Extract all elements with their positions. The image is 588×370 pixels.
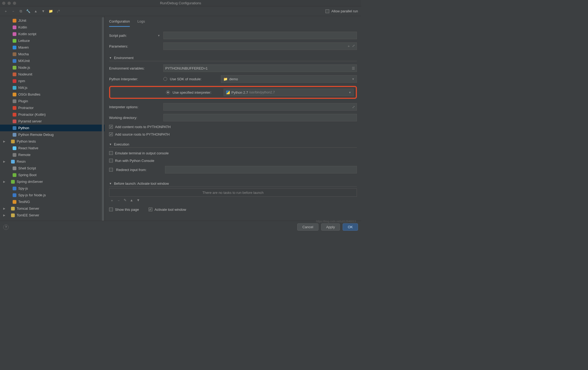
down-button[interactable]: ▼ [41, 9, 46, 14]
tree-item-label: Resin [17, 159, 26, 164]
tree-item-nodeunit[interactable]: ▶Nodeunit [0, 71, 105, 78]
tree-item-kotlin-script[interactable]: ▶Kotlin script [0, 31, 105, 37]
interpreter-options-field[interactable]: ⤢ [163, 103, 357, 111]
move-down-icon[interactable]: ▼ [137, 198, 140, 203]
add-task-icon[interactable]: ＋ [110, 198, 114, 203]
config-type-icon [12, 39, 17, 43]
use-sdk-radio[interactable] [163, 77, 167, 81]
insert-macro-icon[interactable]: ＋ [347, 44, 350, 49]
add-content-roots-checkbox[interactable] [109, 125, 113, 129]
script-path-field[interactable] [163, 32, 357, 39]
env-vars-field[interactable]: PYTHONUNBUFFERED=1 ☰ [163, 64, 357, 72]
tree-item-label: JUnit [18, 19, 26, 23]
use-specified-label: Use specified interpreter: [173, 90, 221, 95]
tree-item-label: Plugin [18, 99, 28, 103]
expand-arrow-icon[interactable]: ▶ [3, 160, 6, 163]
tree-item-node-js[interactable]: ▶Node.js [0, 64, 105, 71]
tree-item-resin[interactable]: ▶Resin [0, 158, 105, 165]
tree-item-remote[interactable]: ▶Remote [0, 151, 105, 158]
apply-button[interactable]: Apply [321, 223, 340, 231]
environment-section[interactable]: ▼ Environment [109, 56, 357, 61]
tree-item-junit[interactable]: ▶JUnit [0, 17, 105, 24]
expand-arrow-icon[interactable]: ▶ [3, 214, 6, 217]
config-type-icon [12, 146, 17, 150]
redirect-input-field[interactable] [165, 166, 357, 173]
window-title: Run/Debug Configurations [160, 1, 201, 5]
remove-task-icon[interactable]: － [117, 198, 120, 203]
tab-logs[interactable]: Logs [137, 19, 145, 27]
tree-item-python-remote-debug[interactable]: ▶Python Remote Debug [0, 131, 105, 138]
cancel-button[interactable]: Cancel [297, 223, 318, 231]
up-button[interactable]: ▲ [33, 9, 38, 14]
use-specified-radio[interactable] [166, 90, 170, 94]
tree-item-react-native[interactable]: ▶React Native [0, 145, 105, 151]
configurations-tree[interactable]: ▶JUnit▶Kotlin▶Kotlin script▶Lettuce▶Mave… [0, 16, 105, 221]
expand-arrow-icon[interactable]: ▶ [3, 140, 6, 143]
expand-field-icon[interactable]: ⤢ [352, 44, 355, 49]
execution-section[interactable]: ▼ Execution [109, 142, 357, 148]
allow-parallel-checkbox[interactable] [325, 9, 329, 13]
config-type-icon [12, 45, 17, 50]
tree-item-protractor[interactable]: ▶Protractor [0, 104, 105, 111]
tree-item-nw-js[interactable]: ▶NW.js [0, 84, 105, 91]
expand-arrow-icon[interactable]: ▶ [3, 180, 6, 183]
edit-button[interactable]: 🔧 [26, 9, 31, 14]
before-launch-task-list: There are no tasks to run before launch [109, 188, 357, 197]
expand-field-icon[interactable]: ⤢ [352, 105, 355, 109]
specified-interpreter-select[interactable]: Python 2.7 /usr/bin/python2.7 ▼ [224, 89, 354, 96]
add-source-roots-checkbox[interactable] [109, 132, 113, 136]
tree-item-tomcat-server[interactable]: ▶Tomcat Server [0, 205, 105, 212]
sort-button[interactable]: ↓ᴬ [56, 9, 61, 14]
config-type-icon [11, 159, 15, 164]
tree-item-npm[interactable]: ▶npm [0, 78, 105, 84]
show-this-page-checkbox[interactable] [109, 208, 113, 211]
tree-item-spy-js[interactable]: ▶Spy-js [0, 185, 105, 192]
expand-arrow-icon[interactable]: ▶ [3, 207, 6, 210]
tree-item-mocha[interactable]: ▶Mocha [0, 51, 105, 57]
tree-item-python-tests[interactable]: ▶Python tests [0, 138, 105, 145]
sdk-module-select[interactable]: 📁 demo ▼ [221, 75, 357, 83]
parameters-field[interactable]: ＋ ⤢ [163, 42, 357, 50]
config-type-icon [11, 180, 15, 184]
tree-item-lettuce[interactable]: ▶Lettuce [0, 37, 105, 44]
tree-item-spy-js-for-node-js[interactable]: ▶Spy-js for Node.js [0, 192, 105, 198]
script-path-dropdown-icon[interactable]: ▼ [157, 34, 160, 37]
close-window-icon[interactable] [2, 2, 5, 5]
tree-item-pyramid-server[interactable]: ▶Pyramid server [0, 118, 105, 125]
tree-item-shell-script[interactable]: ▶Shell Script [0, 165, 105, 172]
tree-item-mxunit[interactable]: ▶MXUnit [0, 57, 105, 64]
minimize-window-icon[interactable] [8, 2, 11, 5]
sidebar-scrollbar[interactable] [102, 17, 104, 221]
remove-button[interactable]: － [11, 9, 16, 14]
maximize-window-icon[interactable] [13, 2, 16, 5]
python-interpreter-label: Python Interpreter: [109, 77, 160, 81]
add-button[interactable]: ＋ [3, 9, 8, 14]
ok-button[interactable]: OK [343, 223, 358, 231]
help-button[interactable]: ? [3, 224, 9, 230]
tab-configuration[interactable]: Configuration [109, 19, 130, 27]
edit-task-icon[interactable]: ✎ [124, 198, 127, 203]
tree-item-spring-boot[interactable]: ▶Spring Boot [0, 172, 105, 178]
run-python-console-checkbox[interactable] [109, 159, 113, 162]
tree-item-python[interactable]: ▶Python [0, 125, 105, 131]
module-icon: 📁 [223, 77, 228, 81]
tree-item-kotlin[interactable]: ▶Kotlin [0, 24, 105, 31]
working-dir-field[interactable] [163, 114, 357, 121]
before-launch-section[interactable]: ▼ Before launch: Activate tool window [109, 182, 357, 187]
folder-button[interactable]: 📁 [48, 9, 53, 14]
activate-tool-window-checkbox[interactable] [149, 208, 152, 211]
emulate-terminal-checkbox[interactable] [109, 151, 113, 155]
tree-item-tomee-server[interactable]: ▶TomEE Server [0, 212, 105, 219]
list-icon[interactable]: ☰ [352, 66, 355, 70]
tree-item-testng[interactable]: ▶TestNG [0, 198, 105, 205]
tree-item-osgi-bundles[interactable]: ▶OSGi Bundles [0, 91, 105, 98]
tree-item-plugin[interactable]: ▶Plugin [0, 98, 105, 104]
tree-item-protractor-kotlin-[interactable]: ▶Protractor (Kotlin) [0, 111, 105, 118]
tree-item-spring-dmserver[interactable]: ▶Spring dmServer [0, 178, 105, 185]
move-up-icon[interactable]: ▲ [130, 198, 133, 203]
redirect-input-checkbox[interactable] [109, 168, 113, 172]
copy-button[interactable]: ⧉ [18, 9, 23, 14]
tree-item-label: NW.js [18, 86, 27, 90]
tree-item-maven[interactable]: ▶Maven [0, 44, 105, 51]
config-type-icon [12, 173, 17, 177]
